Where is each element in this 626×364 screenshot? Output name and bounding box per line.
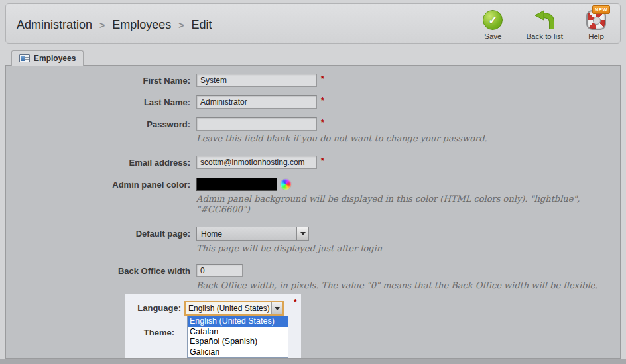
breadcrumb-edit: Edit [191,18,212,32]
admin-color-hint: Admin panel background will be displayed… [196,194,626,215]
bo-width-label: Back Office width [6,266,196,276]
admin-color-row: Admin panel color: [6,178,291,191]
language-option[interactable]: Catalan [188,327,288,337]
password-row: Password: * [6,117,324,131]
save-button-label: Save [484,32,501,40]
admin-color-label: Admin panel color: [6,180,196,190]
save-button[interactable]: ✓ Save [477,8,509,40]
email-input[interactable] [196,156,317,169]
breadcrumb-employees[interactable]: Employees [112,18,171,32]
help-button[interactable]: NEW Help [580,8,612,40]
employee-form-panel: First Name: * Last Name: * Password: * L… [5,65,621,359]
bo-width-row: Back Office width [6,264,243,277]
chevron-down-icon[interactable] [296,227,308,240]
language-select[interactable]: English (United States) [184,301,284,316]
breadcrumb-administration[interactable]: Administration [17,18,92,32]
tab-employees-label: Employees [34,54,76,63]
required-marker: * [321,118,324,127]
back-to-list-label: Back to list [526,32,563,40]
breadcrumb: Administration > Employees > Edit [17,18,212,32]
language-selected-value: English (United States) [186,304,271,313]
email-label: Email address: [6,158,196,168]
chevron-down-icon[interactable] [271,302,282,314]
default-page-select[interactable]: Home [196,227,309,241]
new-badge: NEW [592,5,610,14]
last-name-input[interactable] [196,95,317,109]
default-page-row: Default page: Home [6,227,309,241]
page-bottom-strip [0,359,626,364]
first-name-input[interactable] [196,74,317,87]
language-option[interactable]: Español (Spanish) [188,337,288,347]
password-hint: Leave this field blank if you do not wan… [196,133,487,144]
tab-employees[interactable]: Employees [11,50,84,66]
language-label: Language: [124,303,181,313]
breadcrumb-separator-icon: > [99,20,105,30]
bo-width-input[interactable] [196,264,243,277]
help-button-label: Help [588,32,604,40]
vcard-icon [19,54,30,62]
required-marker: * [321,156,324,166]
theme-label: Theme: [117,328,174,337]
password-input[interactable] [196,117,317,131]
required-marker: * [294,298,297,307]
default-page-hint: This page will be displayed just after l… [196,243,382,254]
password-label: Password: [6,119,196,129]
color-picker-icon[interactable] [281,179,291,190]
breadcrumb-separator-icon: > [178,20,184,30]
bo-width-hint: Back Office width, in pixels. The value … [196,280,597,291]
back-arrow-icon [532,9,556,30]
admin-edit-employee-page: { "breadcrumb": { "items": ["Administrat… [0,0,626,364]
language-dropdown-list: English (United States) Catalan Español … [187,316,288,358]
header-bar: Administration > Employees > Edit ✓ Save… [5,3,621,44]
required-marker: * [321,74,324,84]
required-marker: * [321,96,324,105]
default-page-value: Home [197,229,296,239]
admin-color-swatch[interactable] [196,178,277,191]
back-to-list-button[interactable]: Back to list [526,8,563,40]
first-name-label: First Name: [6,76,196,86]
last-name-row: Last Name: * [6,95,324,109]
first-name-row: First Name: * [6,74,324,87]
email-row: Email address: * [6,156,324,169]
last-name-label: Last Name: [6,97,196,107]
save-check-icon: ✓ [483,10,503,30]
default-page-label: Default page: [6,229,196,239]
language-option[interactable]: Galician [188,347,288,358]
language-option[interactable]: English (United States) [188,316,288,327]
toolbar: ✓ Save Back to list NEW Help [477,8,612,40]
